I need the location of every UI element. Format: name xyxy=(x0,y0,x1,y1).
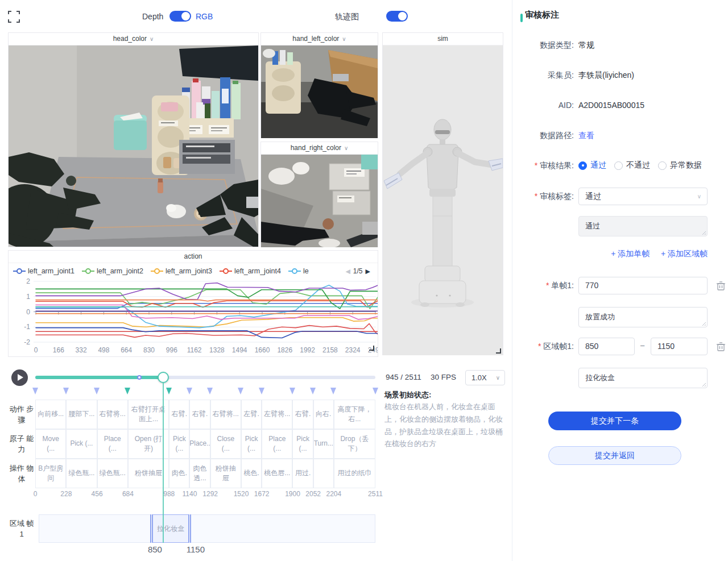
table-cell-step[interactable]: 向右. xyxy=(313,400,334,429)
legend-item-left_arm_joint1[interactable]: left_arm_joint1 xyxy=(13,267,75,275)
chevron-down-icon: ∨ xyxy=(342,36,346,42)
legend-line-icon xyxy=(220,268,232,274)
legend-item-left_arm_joint2[interactable]: left_arm_joint2 xyxy=(82,267,143,275)
delete-region-frame-icon[interactable] xyxy=(716,342,726,352)
frame-marker-1672[interactable] xyxy=(259,388,264,394)
trajectory-toggle[interactable] xyxy=(386,11,408,22)
table-cell-step[interactable]: 腰部下... xyxy=(66,400,97,429)
table-cell-step[interactable]: 左臂. xyxy=(241,400,262,429)
frame-marker-228[interactable] xyxy=(63,388,69,394)
submit-return-button[interactable]: 提交并返回 xyxy=(548,446,681,465)
head-camera-selector[interactable]: head_color∨ xyxy=(9,33,258,45)
table-cell-step[interactable]: 右臂. xyxy=(189,400,210,429)
frame-marker-988[interactable] xyxy=(166,388,172,394)
playback-speed-select[interactable]: 1.0X ∨ xyxy=(465,370,505,385)
frame-marker-684[interactable] xyxy=(125,388,130,394)
table-cell-object[interactable] xyxy=(313,459,334,488)
region-start-input[interactable]: 850 xyxy=(578,338,635,355)
frame-marker-1520[interactable] xyxy=(238,388,243,394)
sim-panel: sim xyxy=(382,32,503,355)
depth-rgb-toggle[interactable] xyxy=(169,11,191,22)
radio-fail[interactable]: 不通过 xyxy=(614,160,650,171)
table-cell-step[interactable]: 右臂打开桌面上... xyxy=(128,400,169,429)
table-cell-ability[interactable]: Place.. xyxy=(189,429,210,459)
table-cell-step[interactable]: 右臂. xyxy=(292,400,313,429)
single-frame-input[interactable]: 770 xyxy=(578,277,708,294)
region-frame-note[interactable]: 拉化妆盒 xyxy=(578,368,708,388)
table-cell-step[interactable]: 右臂将... xyxy=(97,400,128,429)
table-cell-object[interactable]: 用过的纸巾 xyxy=(334,459,375,488)
table-cell-object[interactable]: 粉饼抽屉 xyxy=(128,459,169,488)
radio-abnormal[interactable]: 异常数据 xyxy=(658,160,702,171)
frame-marker-456[interactable] xyxy=(94,388,100,394)
legend-line-icon xyxy=(82,268,94,274)
table-cell-object[interactable]: 桃色. xyxy=(241,459,262,488)
region-segment[interactable]: 拉化妆盒 xyxy=(150,514,191,543)
table-cell-ability[interactable]: Place (... xyxy=(97,429,128,459)
table-cell-object[interactable]: 桃色唇... xyxy=(262,459,292,488)
table-cell-ability[interactable]: Move (... xyxy=(35,429,66,459)
table-cell-step[interactable]: 右臂. xyxy=(169,400,189,429)
table-cell-ability[interactable]: Close (... xyxy=(210,429,241,459)
aid-label: AID: xyxy=(501,101,574,110)
table-cell-step[interactable]: 右臂将... xyxy=(210,400,241,429)
table-cell-step[interactable]: 向前移... xyxy=(35,400,66,429)
review-tag-select[interactable]: 通过 ∨ xyxy=(578,188,708,205)
joint-trajectory-chart[interactable]: 210-1-2016633249866483099611621328149416… xyxy=(9,278,378,357)
table-cell-ability[interactable]: Pick (... xyxy=(292,429,313,459)
textarea-resize-grip[interactable] xyxy=(701,321,706,326)
tag-note-textarea[interactable]: 通过 xyxy=(578,216,708,236)
table-cell-ability[interactable]: Pick (... xyxy=(169,429,189,459)
frame-marker-1900[interactable] xyxy=(289,388,295,394)
frame-marker-2511[interactable] xyxy=(373,388,378,394)
head-camera-image xyxy=(9,45,258,247)
region-track-bar[interactable] xyxy=(39,514,375,543)
submit-next-button[interactable]: 提交并下一条 xyxy=(548,412,681,430)
textarea-resize-grip[interactable] xyxy=(701,381,706,387)
add-single-frame-link[interactable]: + 添加单帧 xyxy=(611,249,650,258)
frame-marker-1140[interactable] xyxy=(187,388,192,394)
add-region-frame-link[interactable]: + 添加区域帧 xyxy=(661,249,708,258)
legend-next-icon[interactable]: ▶ xyxy=(363,268,373,275)
data-path-view-link[interactable]: 查看 xyxy=(578,131,594,141)
playback-slider[interactable] xyxy=(35,376,375,379)
legend-item-le[interactable]: le xyxy=(288,267,309,275)
radio-dot xyxy=(658,161,667,170)
hand-right-camera-selector[interactable]: hand_right_color∨ xyxy=(261,142,378,155)
legend-item-left_arm_joint4[interactable]: left_arm_joint4 xyxy=(220,267,281,275)
delete-single-frame-icon[interactable] xyxy=(716,281,726,291)
legend-item-left_arm_joint3[interactable]: left_arm_joint3 xyxy=(151,267,212,275)
table-cell-step[interactable]: 左臂将... xyxy=(262,400,292,429)
table-cell-object[interactable]: 肉色. xyxy=(169,459,189,488)
radio-pass[interactable]: 通过 xyxy=(578,160,606,171)
hand-left-camera-selector[interactable]: hand_left_color∨ xyxy=(261,33,378,45)
frame-marker-2204[interactable] xyxy=(330,388,336,394)
frame-marker-1292[interactable] xyxy=(207,388,213,394)
table-cell-object[interactable]: 粉饼抽屉 xyxy=(210,459,241,488)
table-cell-object[interactable]: 绿色瓶... xyxy=(97,459,128,488)
table-cell-ability[interactable]: Pick (... xyxy=(66,429,97,459)
fps-indicator: 30 FPS xyxy=(431,373,456,381)
single-frame-note[interactable]: 放置成功 xyxy=(578,307,708,327)
table-cell-ability[interactable]: Place (... xyxy=(262,429,292,459)
table-cell-object[interactable]: 肉色透... xyxy=(189,459,210,488)
frame-marker-2052[interactable] xyxy=(310,388,316,394)
resize-handle-icon[interactable] xyxy=(496,348,501,354)
table-cell-ability[interactable]: Turn... xyxy=(313,429,334,459)
region-end-input[interactable]: 1150 xyxy=(651,338,708,355)
table-cell-ability[interactable]: Drop（丢下） xyxy=(334,429,375,459)
play-button[interactable] xyxy=(11,369,28,386)
table-cell-object[interactable]: 用过. xyxy=(292,459,313,488)
legend-prev-icon[interactable]: ◀ xyxy=(342,268,353,275)
table-cell-object[interactable]: B户型房间 xyxy=(35,459,66,488)
textarea-resize-grip[interactable] xyxy=(701,230,706,235)
table-cell-ability[interactable]: Open (打开) xyxy=(128,429,169,459)
resize-handle-icon[interactable] xyxy=(369,346,374,351)
table-cell-object[interactable]: 绿色瓶... xyxy=(66,459,97,488)
fullscreen-icon[interactable] xyxy=(8,11,20,23)
slider-handle[interactable] xyxy=(158,372,169,383)
chevron-down-icon: ∨ xyxy=(496,371,500,385)
table-cell-ability[interactable]: Pick (... xyxy=(241,429,262,459)
table-cell-step[interactable]: 高度下降，右... xyxy=(334,400,375,429)
frame-marker-0[interactable] xyxy=(32,388,38,394)
